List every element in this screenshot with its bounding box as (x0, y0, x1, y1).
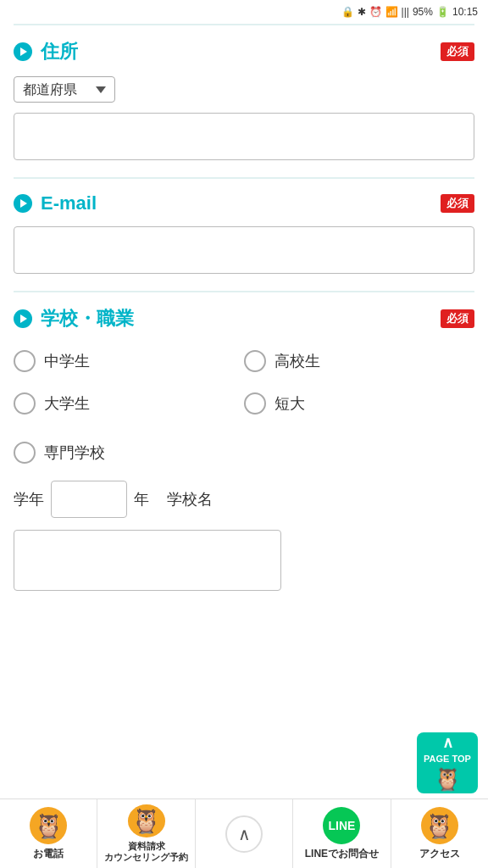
bluetooth-icon: ✱ (358, 6, 366, 18)
status-icons: 🔒 ✱ ⏰ 📶 ||| 95% 🔋 10:15 (341, 6, 478, 18)
radio-label-chugaku: 中学生 (44, 351, 90, 371)
radio-koko[interactable]: 高校生 (244, 343, 474, 379)
school-header: 学校・職業 必須 (14, 306, 474, 331)
grade-unit: 年 (134, 489, 149, 509)
nav-line[interactable]: LINE LINEでお問合せ (293, 799, 391, 868)
alarm-icon: ⏰ (369, 6, 382, 18)
main-content: 住所 必須 都道府県 北海道 東京都 大阪府 京都府 E-mail 必須 (0, 24, 488, 696)
page-top-arrow-icon: ∧ (442, 733, 453, 752)
nav-counseling-label: 資料請求カウンセリング予約 (104, 841, 188, 863)
globe-icon-wrap: 🦉 (421, 807, 458, 844)
school-play-icon (14, 309, 32, 328)
radio-circle-koko[interactable] (244, 350, 266, 372)
email-title: E-mail (41, 192, 97, 214)
radio-daigaku[interactable]: 大学生 (14, 386, 244, 421)
address-play-icon (14, 42, 32, 61)
nav-scroll-up[interactable]: ∧ (196, 799, 293, 868)
globe-owl-icon: 🦉 (424, 812, 454, 840)
radio-circle-daigaku[interactable] (14, 392, 36, 415)
radio-label-senmon: 専門学校 (44, 442, 105, 463)
school-radio-grid: 中学生 高校生 大学生 短大 (14, 343, 474, 421)
radio-senmon[interactable]: 専門学校 (14, 435, 474, 470)
wifi-icon: 📶 (385, 6, 398, 18)
radio-circle-tanda[interactable] (244, 392, 266, 415)
email-title-wrap: E-mail (14, 192, 97, 214)
radio-label-koko: 高校生 (274, 351, 320, 371)
status-bar: 🔒 ✱ ⏰ 📶 ||| 95% 🔋 10:15 (0, 0, 488, 24)
grade-row: 学年 年 学校名 (14, 481, 474, 518)
bottom-nav: 🦉 お電話 🦉 資料請求カウンセリング予約 ∧ LINE LINEでお問合せ 🦉… (0, 798, 488, 868)
address-section: 住所 必須 都道府県 北海道 東京都 大阪府 京都府 (14, 24, 474, 177)
email-play-icon (14, 194, 32, 213)
clock: 10:15 (452, 6, 478, 18)
battery-percent: 95% (413, 6, 433, 18)
book-owl-icon: 🦉 (131, 807, 161, 835)
school-title-wrap: 学校・職業 (14, 306, 134, 331)
radio-label-daigaku: 大学生 (44, 393, 90, 414)
nav-access-label: アクセス (419, 848, 460, 860)
line-icon-wrap: LINE (323, 807, 360, 844)
email-section: E-mail 必須 (14, 177, 474, 291)
school-section: 学校・職業 必須 中学生 高校生 大学生 短大 (14, 291, 474, 611)
signal-strength: ||| (402, 6, 409, 18)
school-name-input[interactable] (14, 530, 281, 591)
up-icon-wrap: ∧ (225, 815, 263, 853)
radio-chugaku[interactable]: 中学生 (14, 343, 244, 379)
school-name-label: 学校名 (167, 489, 213, 509)
radio-circle-chugaku[interactable] (14, 350, 36, 372)
radio-circle-senmon[interactable] (14, 442, 36, 464)
phone-icon-wrap: 🦉 (30, 807, 67, 844)
email-input[interactable] (14, 226, 474, 274)
address-required-badge: 必須 (441, 42, 474, 61)
phone-owl-icon: 🦉 (34, 812, 64, 840)
nav-line-label: LINEでお問合せ (305, 848, 379, 860)
grade-label: 学年 (14, 489, 44, 509)
school-title: 学校・職業 (41, 306, 134, 331)
nav-access[interactable]: 🦉 アクセス (391, 799, 488, 868)
lock-icon: 🔒 (341, 6, 354, 18)
address-title: 住所 (41, 39, 78, 64)
email-required-badge: 必須 (441, 194, 474, 213)
prefecture-select[interactable]: 都道府県 北海道 東京都 大阪府 京都府 (14, 76, 115, 103)
battery-icon: 🔋 (436, 6, 449, 18)
address-title-wrap: 住所 (14, 39, 78, 64)
email-header: E-mail 必須 (14, 192, 474, 214)
up-arrow-icon: ∧ (238, 824, 251, 844)
page-top-button[interactable]: ∧ PAGE TOP 🦉 (417, 732, 478, 793)
page-top-owl-icon: 🦉 (434, 766, 461, 793)
nav-counseling[interactable]: 🦉 資料請求カウンセリング予約 (97, 799, 195, 868)
book-icon-wrap: 🦉 (128, 804, 165, 837)
grade-input[interactable] (51, 481, 127, 518)
radio-label-tanda: 短大 (274, 393, 305, 414)
address-header: 住所 必須 (14, 39, 474, 64)
page-top-label: PAGE TOP (424, 754, 471, 765)
nav-phone-label: お電話 (33, 848, 64, 860)
nav-phone[interactable]: 🦉 お電話 (0, 799, 97, 868)
radio-tanda[interactable]: 短大 (244, 386, 474, 421)
school-required-badge: 必須 (441, 309, 474, 328)
line-logo: LINE (328, 819, 355, 832)
address-input[interactable] (14, 113, 474, 160)
